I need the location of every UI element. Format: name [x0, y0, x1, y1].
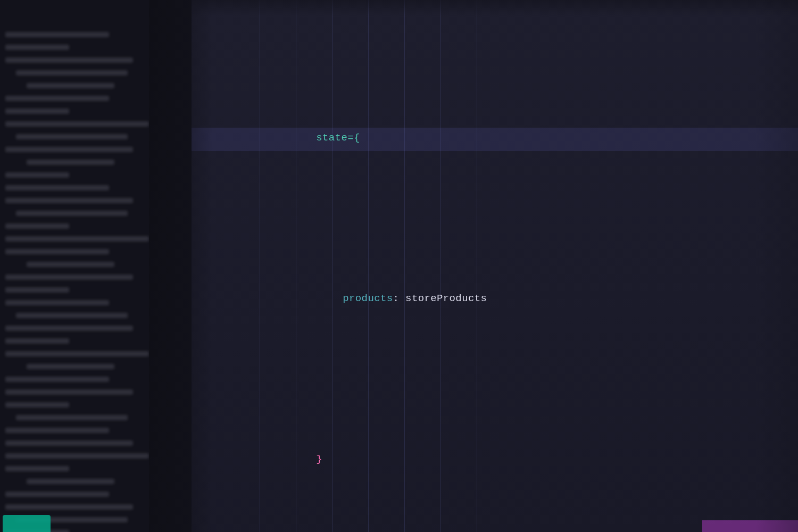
right-fade — [755, 0, 798, 532]
code-content: state={ products: storeProducts } render… — [223, 11, 671, 532]
teal-accent — [3, 515, 51, 532]
code-line-2: products: storeProducts — [223, 265, 671, 332]
depth-gradient-left — [149, 0, 213, 532]
code-line-1: state={ — [223, 104, 671, 171]
editor-screen: state={ products: storeProducts } render… — [0, 0, 798, 532]
code-editor: state={ products: storeProducts } render… — [192, 0, 798, 532]
blur-code-lines — [5, 32, 165, 532]
top-fade — [192, 0, 798, 16]
code-line-3: } — [223, 426, 671, 493]
